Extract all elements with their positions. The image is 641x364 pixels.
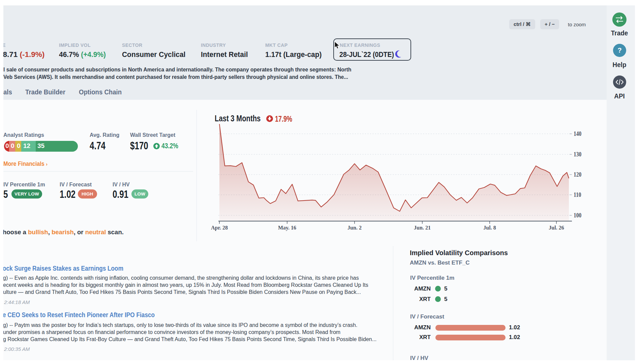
svg-text:Apr. 28: Apr. 28 [211, 225, 228, 231]
svg-text:Jul. 8: Jul. 8 [483, 225, 496, 231]
svg-text:Jun. 21: Jun. 21 [414, 225, 431, 231]
svg-text:May. 16: May. 16 [278, 225, 296, 231]
svg-text:140: 140 [574, 130, 582, 138]
svg-text:Jul. 26: Jul. 26 [549, 225, 564, 231]
svg-text:Jun. 2: Jun. 2 [347, 225, 362, 231]
svg-text:100: 100 [574, 212, 582, 219]
svg-text:110: 110 [574, 191, 581, 199]
svg-text:130: 130 [574, 151, 582, 158]
svg-text:120: 120 [574, 171, 582, 178]
